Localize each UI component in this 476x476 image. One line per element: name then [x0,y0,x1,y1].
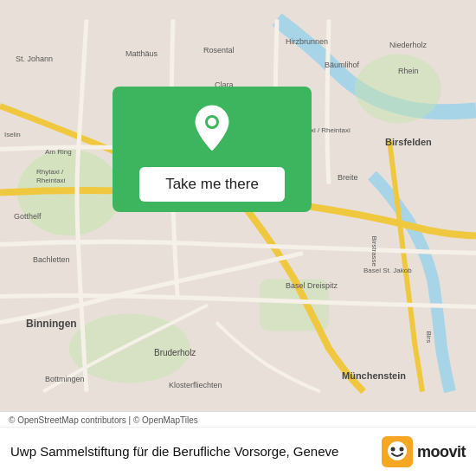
take-me-there-button[interactable]: Take me there [139,167,285,202]
svg-text:Bachletten: Bachletten [33,255,70,264]
svg-text:Basel Dreispitz: Basel Dreispitz [286,281,338,290]
moovit-text: moovit [417,443,466,461]
app-container: St. Johann Matthäus Rosental Hirzbrunnen… [0,0,476,476]
svg-text:Rhein: Rhein [398,67,419,75]
svg-text:Hirzbrunnen: Hirzbrunnen [286,37,328,46]
location-card: Take me there [113,87,312,212]
attribution-text: © OpenStreetMap contributors | © OpenMap… [0,412,476,428]
svg-text:Birstrasse: Birstrasse [370,236,378,267]
place-name: Uwp Sammelstiftung für die Berufliche Vo… [10,443,373,460]
svg-text:Rosental: Rosental [203,46,235,55]
moovit-logo: moovit [382,436,466,467]
svg-text:Klosterfliechten: Klosterfliechten [169,381,222,389]
svg-point-40 [396,436,398,439]
svg-text:Am Ring: Am Ring [45,148,72,156]
svg-text:Niederholz: Niederholz [389,41,428,49]
svg-point-2 [355,55,441,124]
svg-text:Bäumlihof: Bäumlihof [325,61,360,69]
svg-point-38 [399,447,403,452]
svg-text:St. Johann: St. Johann [16,55,53,63]
svg-text:Iselin: Iselin [4,131,21,138]
svg-text:Rheintaxi: Rheintaxi [36,177,66,184]
svg-text:Breite: Breite [338,173,358,182]
map-area: St. Johann Matthäus Rosental Hirzbrunnen… [0,0,476,411]
svg-text:Birs: Birs [425,331,433,344]
svg-text:Matthäus: Matthäus [125,49,158,58]
bottom-bar: © OpenStreetMap contributors | © OpenMap… [0,411,476,476]
svg-point-37 [390,447,395,452]
svg-text:Binningen: Binningen [26,318,77,330]
svg-text:Bottmingen: Bottmingen [45,375,85,383]
svg-text:Gotthelf: Gotthelf [14,212,42,221]
svg-text:Basel St. Jakob: Basel St. Jakob [363,267,412,274]
svg-text:Münchenstein: Münchenstein [342,370,406,381]
svg-text:Bruderholz: Bruderholz [154,348,196,357]
place-info: Uwp Sammelstiftung für die Berufliche Vo… [0,428,476,476]
svg-text:Rhytaxi /: Rhytaxi / [36,168,64,176]
svg-point-34 [208,118,216,126]
pin-icon [191,104,233,154]
svg-point-36 [388,441,407,460]
moovit-face-icon [382,436,413,467]
svg-text:Birsfelden: Birsfelden [385,137,432,147]
